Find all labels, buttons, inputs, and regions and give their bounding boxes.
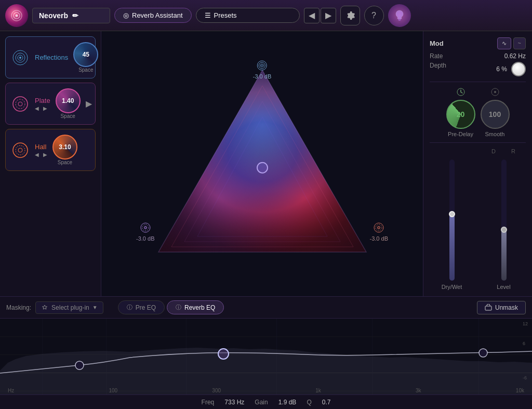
hall-module: Hall ◀ ▶ 3.10 Space	[5, 129, 96, 171]
logo	[5, 4, 28, 27]
reverb-center-point[interactable]	[257, 162, 268, 174]
mod-wave-button[interactable]: ~	[513, 37, 526, 49]
presets-label: Presets	[214, 11, 237, 19]
plugin-name-label: Neoverb	[39, 11, 68, 20]
hall-prev-arrow[interactable]: ◀	[35, 152, 39, 157]
right-point-label: -3.0 dB	[370, 235, 388, 242]
svg-point-22	[378, 227, 380, 229]
smooth-icon-container	[490, 87, 500, 97]
reflections-space-knob[interactable]: 45	[73, 42, 98, 67]
mod-rate-label: Rate	[430, 52, 443, 60]
reflections-name: Reflections	[35, 54, 68, 61]
eq-freq-labels: Hz 100 300 1k 3k 10k	[0, 388, 532, 393]
plugin-icon	[41, 304, 48, 311]
top-point-label: -3.0 dB	[253, 73, 271, 80]
sliders-row: Dry/Wet Level	[430, 160, 526, 290]
left-panel: Reflections 45 Space Plate ◀	[0, 31, 101, 296]
mod-depth-label: Depth	[430, 62, 446, 76]
right-panel: Mod ∿ ~ Rate 0.62 Hz Depth 6 %	[423, 31, 532, 296]
svg-rect-26	[485, 306, 491, 310]
predelay-knob[interactable]: 20	[446, 100, 475, 129]
r-label: R	[511, 148, 515, 154]
select-plugin-label: Select plug-in	[51, 304, 89, 311]
mod-depth-knob[interactable]	[511, 62, 526, 76]
level-track[interactable]	[501, 160, 507, 281]
drywet-thumb[interactable]	[449, 211, 455, 217]
unmask-button[interactable]: Unmask	[477, 301, 526, 314]
level-thumb[interactable]	[501, 227, 507, 233]
select-plugin-dropdown[interactable]: Select plug-in ▼	[35, 301, 103, 314]
drywet-track[interactable]	[449, 160, 455, 281]
eq-status-bar: Freq 733 Hz Gain 1.9 dB Q 0.7	[0, 394, 532, 409]
ai-button[interactable]	[388, 4, 411, 27]
svg-point-2	[16, 14, 18, 17]
d-label: D	[491, 148, 496, 154]
svg-point-25	[494, 91, 496, 93]
mod-title: Mod	[430, 39, 444, 47]
unmask-icon	[485, 304, 492, 311]
plate-module: Plate ◀ ▶ 1.40 Space ▶	[5, 83, 96, 125]
plate-prev-arrow[interactable]: ◀	[35, 105, 39, 111]
reverb-eq-tab[interactable]: ⓘ Reverb EQ	[167, 300, 224, 314]
pre-eq-info-icon: ⓘ	[127, 304, 132, 311]
next-arrow[interactable]: ▶	[321, 8, 336, 23]
hall-icon	[11, 141, 30, 160]
eq-handle-3	[479, 349, 487, 357]
reflections-info: Reflections	[35, 54, 68, 61]
reverb-assistant-icon: ◎	[123, 11, 129, 19]
plate-next-arrow[interactable]: ▶	[43, 105, 47, 111]
hall-arrows: ◀ ▶	[35, 152, 47, 157]
status-freq-label: Freq	[202, 399, 215, 406]
smooth-icon	[490, 87, 500, 97]
edit-icon[interactable]: ✏	[72, 11, 78, 20]
hall-knob-value: 3.10	[59, 143, 71, 151]
level-label: Level	[497, 284, 510, 290]
predelay-value: 20	[457, 110, 465, 118]
hall-next-arrow[interactable]: ▶	[43, 152, 47, 157]
reverb-assistant-button[interactable]: ◎ Reverb Assistant	[114, 8, 192, 23]
left-point-icon	[140, 222, 151, 233]
pre-eq-label: Pre EQ	[136, 304, 156, 311]
plate-space-knob[interactable]: 1.40	[56, 88, 81, 113]
freq-label-10k: 10k	[516, 388, 524, 393]
svg-point-9	[18, 102, 22, 106]
mod-rate-value: 0.62 Hz	[504, 52, 526, 60]
help-label: ?	[371, 11, 376, 20]
unmask-label: Unmask	[495, 304, 518, 311]
pre-eq-tab[interactable]: ⓘ Pre EQ	[118, 300, 165, 314]
dropdown-arrow-icon: ▼	[92, 305, 98, 310]
reverb-eq-info-icon: ⓘ	[176, 304, 181, 311]
mod-sine-button[interactable]: ∿	[497, 37, 511, 49]
smooth-knob[interactable]: 100	[481, 100, 510, 129]
plate-arrows: ◀ ▶	[35, 105, 50, 111]
mod-depth-param: Depth 6 %	[430, 62, 526, 76]
reflections-knob-container: 45 Space	[73, 42, 98, 73]
freq-label-300: 300	[212, 388, 221, 393]
freq-label-hz: Hz	[8, 388, 14, 393]
reverb-eq-label: Reverb EQ	[184, 304, 215, 311]
reflections-module: Reflections 45 Space	[5, 36, 96, 78]
svg-point-16	[262, 65, 263, 66]
prev-arrow[interactable]: ◀	[304, 8, 320, 23]
hall-space-knob[interactable]: 3.10	[52, 135, 77, 160]
plate-knob-container: 1.40 Space	[56, 88, 81, 119]
plugin-name-display[interactable]: Neoverb ✏	[32, 8, 110, 23]
presets-button[interactable]: ☰ Presets	[196, 8, 300, 23]
hall-knob-container: 3.10 Space	[52, 135, 77, 165]
predelay-icon-container	[456, 87, 466, 97]
reverb-assistant-label: Reverb Assistant	[132, 11, 183, 19]
status-freq-value: 733 Hz	[224, 399, 244, 406]
presets-icon: ☰	[205, 11, 211, 19]
eq-handle-2	[218, 349, 229, 359]
eq-toolbar: Masking: Select plug-in ▼ ⓘ Pre EQ ⓘ Rev…	[0, 297, 532, 319]
svg-point-11	[16, 146, 25, 155]
nav-arrows: ◀ ▶	[304, 8, 336, 23]
settings-button[interactable]	[340, 6, 360, 25]
mod-rate-param: Rate 0.62 Hz	[430, 52, 526, 60]
center-panel: -3.0 dB -3.0 dB -3.0 dB	[101, 31, 423, 296]
plate-expand-arrow[interactable]: ▶	[86, 99, 92, 109]
hall-name: Hall	[35, 143, 47, 151]
status-q-label: Q	[307, 399, 311, 406]
help-button[interactable]: ?	[364, 6, 384, 25]
predelay-smooth-row: 20 Pre-Delay 100 Smooth	[430, 87, 526, 137]
